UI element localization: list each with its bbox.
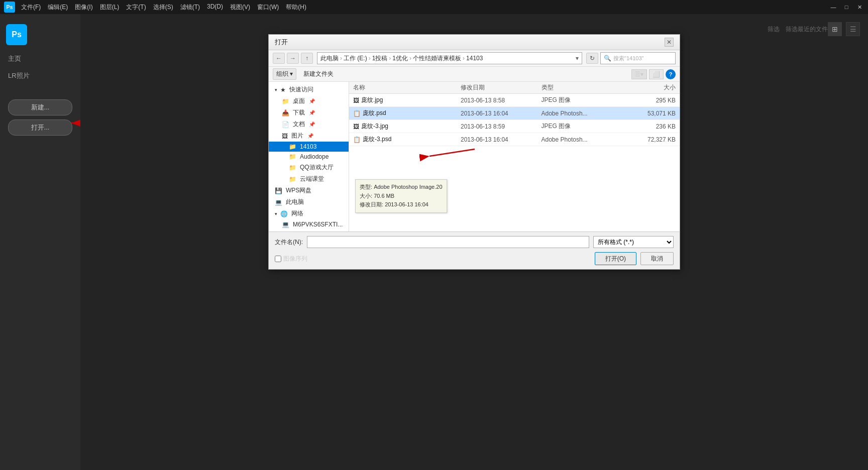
- new-button[interactable]: 新建...: [8, 99, 72, 115]
- menu-item[interactable]: 文字(T): [123, 2, 149, 13]
- tree-item[interactable]: 📁云端课堂: [269, 173, 349, 185]
- breadcrumb[interactable]: 此电脑 › 工作 (E:) › 1投稿 › 1优化 › 个性结婚请柬模板 › 1…: [317, 52, 582, 64]
- tree-item-label: 文档: [293, 120, 305, 129]
- col-name-header[interactable]: 名称: [353, 83, 461, 92]
- tree-item[interactable]: ▾🌐网络: [269, 208, 349, 219]
- minimize-button[interactable]: —: [829, 4, 838, 11]
- ps-logo-area: Ps: [0, 20, 80, 49]
- file-list-header: 名称 修改日期 类型 大小: [349, 82, 680, 94]
- pin-icon: 📌: [309, 110, 315, 115]
- file-date: 2013-06-13 16:04: [461, 110, 541, 117]
- filename-row: 文件名(N): 所有格式 (*.*): [275, 236, 674, 248]
- file-type: JPEG 图像: [541, 96, 622, 104]
- image-sequence-checkbox[interactable]: [275, 256, 281, 262]
- file-item[interactable]: 🖼庞纹-3.jpg2013-06-13 8:59JPEG 图像236 KB: [349, 120, 680, 133]
- file-date: 2013-06-13 8:59: [461, 123, 541, 130]
- search-box[interactable]: 🔍 搜索"14103": [600, 52, 676, 64]
- menu-item[interactable]: 3D(D): [204, 2, 226, 13]
- tree-item-label: Audiodope: [300, 153, 329, 160]
- tree-expand-icon: ▾: [275, 211, 277, 216]
- menu-item[interactable]: 窗口(W): [254, 2, 282, 13]
- refresh-button[interactable]: ↻: [586, 53, 598, 64]
- tree-item-label: 云端课堂: [300, 175, 324, 183]
- organize-button[interactable]: 组织 ▾: [273, 68, 296, 80]
- format-select[interactable]: 所有格式 (*.*): [593, 236, 674, 248]
- preview-toggle-button[interactable]: ⬜: [649, 69, 664, 79]
- tree-item[interactable]: 💻此电脑: [269, 196, 349, 208]
- details-view-button[interactable]: ☰▾: [631, 69, 647, 79]
- menu-item[interactable]: 选择(S): [150, 2, 176, 13]
- dialog-close-button[interactable]: ✕: [665, 38, 674, 47]
- menu-item[interactable]: 图层(L): [97, 2, 123, 13]
- help-button[interactable]: ?: [666, 69, 676, 79]
- sidebar-item-lr[interactable]: LR照片: [0, 68, 80, 83]
- file-size: 72,327 KB: [622, 136, 676, 143]
- close-button[interactable]: ✕: [855, 4, 864, 11]
- file-item[interactable]: 📋庞纹.psd2013-06-13 16:04Adobe Photosh...5…: [349, 107, 680, 120]
- menu-item[interactable]: 文件(F): [18, 2, 44, 13]
- forward-button[interactable]: →: [287, 53, 299, 64]
- tree-item[interactable]: ▾★快速访问: [269, 84, 349, 95]
- tree-item[interactable]: 💾WPS网盘: [269, 185, 349, 196]
- pin-icon: 📌: [309, 122, 315, 127]
- tree-item[interactable]: 📁QQ游戏大厅: [269, 162, 349, 173]
- back-button[interactable]: ←: [273, 53, 285, 64]
- file-item[interactable]: 🖼庞纹.jpg2013-06-13 8:58JPEG 图像295 KB: [349, 94, 680, 107]
- breadcrumb-part-1: 工作 (E:): [344, 54, 367, 63]
- tree-item[interactable]: 📁桌面📌: [269, 95, 349, 107]
- menu-item[interactable]: 编辑(E): [45, 2, 71, 13]
- folder-icon: 📁: [282, 98, 289, 105]
- title-bar: Ps 文件(F)编辑(E)图像(I)图层(L)文字(T)选择(S)滤镜(T)3D…: [0, 0, 868, 14]
- breadcrumb-part-0: 此电脑: [320, 54, 339, 63]
- maximize-button[interactable]: □: [842, 4, 851, 11]
- breadcrumb-part-2: 1投稿: [372, 54, 388, 63]
- tooltip-size: 大小: 70.6 MB: [360, 192, 443, 201]
- breadcrumb-part-3: 1优化: [392, 54, 408, 63]
- title-bar-right: — □ ✕: [829, 4, 864, 11]
- tree-item-label: QQ游戏大厅: [300, 163, 334, 172]
- filename-input[interactable]: [307, 236, 589, 248]
- file-date: 2013-06-13 16:04: [461, 136, 541, 143]
- open-dialog: 打开 ✕ ← → ↑ 此电脑 › 工作 (E:) › 1投稿 ›: [268, 34, 680, 270]
- new-folder-button[interactable]: 新建文件夹: [300, 69, 337, 79]
- tree-item[interactable]: 📄文档📌: [269, 119, 349, 130]
- breadcrumb-dropdown-icon[interactable]: ▾: [576, 55, 579, 62]
- file-icon: 📋: [353, 136, 361, 143]
- file-name: 📋庞纹-3.psd: [353, 135, 461, 144]
- file-size: 236 KB: [622, 123, 676, 130]
- tree-item[interactable]: 💻M6PVKS6SFXTI...: [269, 219, 349, 229]
- dialog-titlebar: 打开 ✕: [269, 35, 680, 50]
- file-name: 📋庞纹.psd: [353, 109, 461, 118]
- file-date: 2013-06-13 8:58: [461, 97, 541, 104]
- up-button[interactable]: ↑: [301, 53, 313, 64]
- menu-item[interactable]: 帮助(H): [283, 2, 309, 13]
- cancel-button[interactable]: 取消: [640, 252, 674, 265]
- menu-item[interactable]: 图像(I): [72, 2, 95, 13]
- folder-icon: 🖼: [282, 133, 288, 140]
- file-name: 🖼庞纹-3.jpg: [353, 122, 461, 131]
- col-date-header: 修改日期: [461, 83, 541, 92]
- folder-icon: 📄: [282, 121, 289, 128]
- dialog-main: ▾★快速访问📁桌面📌📥下载📌📄文档📌🖼图片📌📁14103📁Audiodope📁Q…: [269, 82, 680, 232]
- tree-item[interactable]: 📥下载📌: [269, 107, 349, 119]
- dialog-organize-bar: 组织 ▾ 新建文件夹 ☰▾ ⬜ ?: [269, 67, 680, 82]
- open-confirm-button[interactable]: 打开(O): [595, 252, 636, 265]
- breadcrumb-part-5: 14103: [466, 55, 483, 62]
- tree-panel: ▾★快速访问📁桌面📌📥下载📌📄文档📌🖼图片📌📁14103📁Audiodope📁Q…: [269, 82, 349, 231]
- file-type: JPEG 图像: [541, 122, 622, 131]
- view-toggle: ☰▾ ⬜ ?: [631, 69, 676, 79]
- menu-item[interactable]: 滤镜(T): [177, 2, 203, 13]
- tree-item[interactable]: 📁14103: [269, 142, 349, 152]
- folder-icon: 💾: [275, 187, 282, 194]
- file-item[interactable]: 📋庞纹-3.psd2013-06-13 16:04Adobe Photosh..…: [349, 133, 680, 146]
- dialog-actions: 文件名(N): 所有格式 (*.*) 图像序列 打开(O) 取消: [269, 232, 680, 269]
- open-button[interactable]: 打开...: [8, 120, 72, 136]
- file-tooltip: 类型: Adobe Photoshop Image.20 大小: 70.6 MB…: [355, 179, 447, 213]
- file-type: Adobe Photosh...: [541, 110, 622, 117]
- sidebar-item-home[interactable]: 主页: [0, 51, 80, 66]
- tree-item-label: 桌面: [293, 97, 305, 105]
- tree-item[interactable]: 🖼图片📌: [269, 130, 349, 142]
- menu-item[interactable]: 视图(V): [227, 2, 253, 13]
- pin-icon: 📌: [307, 133, 313, 139]
- tree-item[interactable]: 📁Audiodope: [269, 152, 349, 162]
